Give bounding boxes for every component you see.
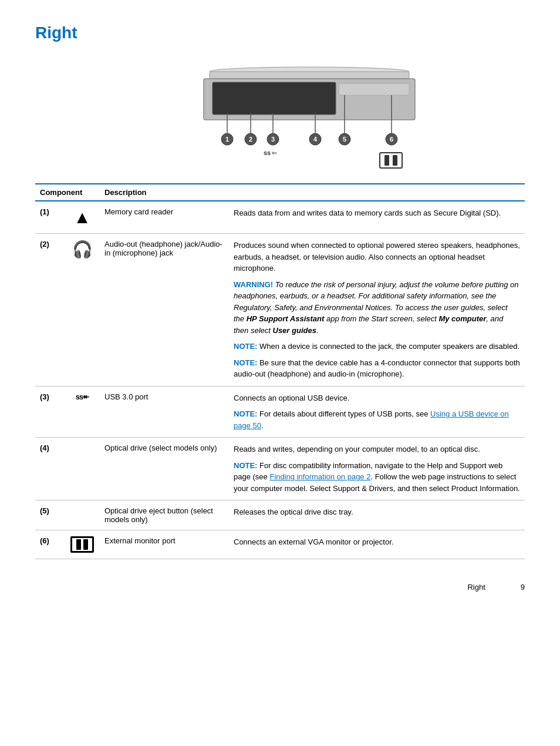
note-label: NOTE: xyxy=(234,358,257,367)
row-icon: ss↞ xyxy=(65,386,100,438)
desc-paragraph: WARNING! To reduce the risk of personal … xyxy=(234,279,520,337)
svg-text:3: 3 xyxy=(271,136,275,143)
warning-text: To reduce the risk of personal injury, a… xyxy=(234,280,519,335)
note-label: NOTE: xyxy=(234,342,257,351)
svg-rect-4 xyxy=(339,83,409,95)
svg-text:2: 2 xyxy=(249,136,252,143)
row-description: Reads and writes, depending on your comp… xyxy=(229,438,525,500)
headphone-icon: 🎧 xyxy=(72,240,93,258)
svg-rect-25 xyxy=(380,153,402,168)
table-header-row: Component Description xyxy=(35,184,525,201)
usb-icon: ss↞ xyxy=(76,392,89,401)
svg-rect-1 xyxy=(210,72,409,79)
row-icon xyxy=(65,500,100,530)
desc-paragraph: NOTE: For disc compatibility information… xyxy=(234,460,520,495)
row-description: Produces sound when connected to optiona… xyxy=(229,234,525,387)
row-icon: ▲ xyxy=(65,201,100,234)
desc-paragraph: Reads data from and writes data to memor… xyxy=(234,207,520,219)
row-component-name: Audio-out (headphone) jack/Audio-in (mic… xyxy=(100,234,229,387)
page-title: Right xyxy=(35,23,525,42)
svg-text:5: 5 xyxy=(343,136,346,143)
row-icon xyxy=(65,438,100,500)
row-component-name: Optical drive eject button (select model… xyxy=(100,500,229,530)
row-num: (1) xyxy=(35,201,65,234)
footer-page-label: Right xyxy=(467,583,485,592)
row-num: (2) xyxy=(35,234,65,387)
row-description: Reads data from and writes data to memor… xyxy=(229,201,525,234)
table-row: (6) External monitor portConnects an ext… xyxy=(35,530,525,559)
row-description: Connects an external VGA monitor or proj… xyxy=(229,530,525,559)
desc-paragraph: NOTE: When a device is connected to the … xyxy=(234,341,520,352)
svg-text:4: 4 xyxy=(313,136,318,143)
row-icon xyxy=(65,530,100,559)
row-num: (4) xyxy=(35,438,65,500)
svg-text:ss: ss xyxy=(264,149,271,156)
warning-label: WARNING! xyxy=(234,280,273,289)
laptop-diagram: 1 2 3 ss ⇐ 4 5 6 xyxy=(35,54,525,172)
row-icon: 🎧 xyxy=(65,234,100,387)
svg-rect-26 xyxy=(384,155,389,166)
row-component-name: Memory card reader xyxy=(100,201,229,234)
note-label: NOTE: xyxy=(234,461,257,470)
desc-paragraph: Connects an optional USB device. xyxy=(234,392,520,404)
svg-rect-27 xyxy=(393,155,397,166)
col-component-header: Component xyxy=(35,184,100,201)
memory-card-icon: ▲ xyxy=(73,207,91,227)
svg-text:6: 6 xyxy=(390,136,393,143)
row-num: (5) xyxy=(35,500,65,530)
table-row: (1)▲Memory card readerReads data from an… xyxy=(35,201,525,234)
row-num: (3) xyxy=(35,386,65,438)
row-component-name: USB 3.0 port xyxy=(100,386,229,438)
desc-paragraph: NOTE: For details about different types … xyxy=(234,408,520,431)
component-table: Component Description (1)▲Memory card re… xyxy=(35,183,525,559)
row-description: Releases the optical drive disc tray. xyxy=(229,500,525,530)
note-label: NOTE: xyxy=(234,409,257,418)
note-link[interactable]: Finding information on page 2 xyxy=(269,472,370,481)
svg-rect-3 xyxy=(212,82,336,115)
row-component-name: Optical drive (select models only) xyxy=(100,438,229,500)
desc-paragraph: NOTE: Be sure that the device cable has … xyxy=(234,357,520,380)
desc-paragraph: Reads and writes, depending on your comp… xyxy=(234,443,520,455)
table-row: (4)Optical drive (select models only)Rea… xyxy=(35,438,525,500)
footer: Right 9 xyxy=(35,583,525,592)
row-num: (6) xyxy=(35,530,65,559)
desc-paragraph: Connects an external VGA monitor or proj… xyxy=(234,536,520,548)
svg-text:1: 1 xyxy=(225,136,229,143)
table-row: (2)🎧Audio-out (headphone) jack/Audio-in … xyxy=(35,234,525,387)
note-link[interactable]: Using a USB device on page 50 xyxy=(234,409,509,430)
col-description-header: Description xyxy=(100,184,229,201)
diagram-svg: 1 2 3 ss ⇐ 4 5 6 xyxy=(127,54,433,172)
svg-text:⇐: ⇐ xyxy=(272,149,277,156)
desc-paragraph: Releases the optical drive disc tray. xyxy=(234,506,520,518)
table-row: (3)ss↞USB 3.0 portConnects an optional U… xyxy=(35,386,525,438)
footer-page-number: 9 xyxy=(521,583,525,592)
row-component-name: External monitor port xyxy=(100,530,229,559)
table-row: (5)Optical drive eject button (select mo… xyxy=(35,500,525,530)
row-description: Connects an optional USB device.NOTE: Fo… xyxy=(229,386,525,438)
desc-paragraph: Produces sound when connected to optiona… xyxy=(234,240,520,274)
vga-icon xyxy=(70,536,94,553)
